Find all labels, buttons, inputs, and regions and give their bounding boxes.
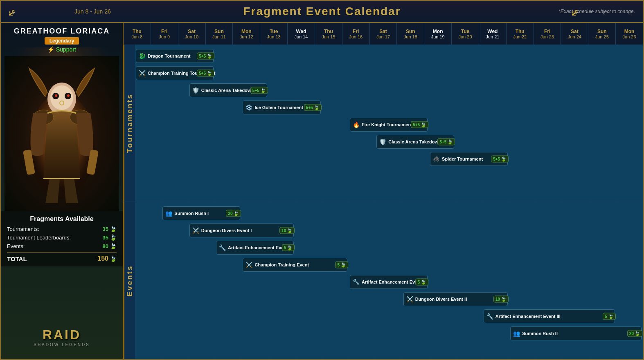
event-name: Summon Rush I bbox=[174, 211, 209, 216]
tournaments-grid: 🐉 Dragon Tournament 5+5 🍃 ⚔️ Champion Tr… bbox=[135, 45, 643, 202]
event-name: Artifact Enhancement Event I bbox=[228, 245, 290, 250]
tournaments-label: Tournaments bbox=[124, 45, 135, 202]
frag-icon-tournaments: 🍃 bbox=[110, 226, 117, 232]
day-name: Mon bbox=[624, 29, 635, 34]
frag-count: 5 bbox=[337, 262, 340, 267]
day-name: Sat bbox=[379, 29, 387, 34]
tournaments-section: Tournaments 🐉 Dragon Tournament 5+5 🍃 ⚔️… bbox=[124, 45, 643, 202]
event-bar-0[interactable]: 👥 Summon Rush I 20 🍃 bbox=[162, 206, 240, 220]
frag-icon-leaderboards: 🍃 bbox=[110, 234, 117, 241]
day-date: Jun 26 bbox=[623, 34, 636, 39]
event-bar-3[interactable]: ⚔️ Champion Training Event 5 🍃 bbox=[243, 258, 347, 272]
event-icon: 🛡️ bbox=[379, 139, 386, 145]
col-header-Jun-21: Wed Jun 21 bbox=[479, 23, 507, 45]
event-name: Classic Arena Takedown I bbox=[201, 88, 257, 93]
frag-row-tournaments: Tournaments: 35🍃 bbox=[7, 225, 117, 233]
day-name: Sat bbox=[571, 29, 579, 34]
frag-value-leaderboards: 35 bbox=[103, 235, 108, 241]
event-name: Classic Arena Takedown II bbox=[388, 139, 445, 144]
leaf-icon: 🍃 bbox=[287, 245, 293, 250]
event-name: Fire Knight Tournament bbox=[362, 122, 412, 127]
leaf-icon: 🍃 bbox=[314, 105, 320, 110]
frag-count: 5+5 bbox=[493, 157, 500, 161]
event-name: Dungeon Divers Event II bbox=[415, 297, 467, 302]
day-date: Jun 8 bbox=[131, 34, 142, 39]
day-name: Sun bbox=[406, 29, 415, 34]
frag-count: 5 bbox=[605, 314, 607, 318]
main-content: GREATHOOF LORIACA Legendary Support bbox=[1, 23, 643, 359]
svg-point-5 bbox=[55, 94, 57, 97]
day-date: Jun 10 bbox=[185, 34, 198, 39]
col-header-Jun-17: Sat Jun 17 bbox=[370, 23, 397, 45]
events-label: Events bbox=[124, 202, 135, 359]
event-bar-6[interactable]: 🔧 Artifact Enhancement Event III 5 🍃 bbox=[484, 309, 615, 323]
event-bar-3[interactable]: ❄️ Ice Golem Tournament 5+5 🍃 bbox=[243, 101, 320, 114]
day-name: Wed bbox=[296, 29, 306, 34]
fragment-badge: 5+5 🍃 bbox=[197, 70, 214, 77]
day-name: Sun bbox=[597, 29, 607, 34]
event-bar-7[interactable]: 👥 Summon Rush II 20 🍃 bbox=[510, 326, 642, 340]
day-name: Fri bbox=[353, 29, 359, 34]
event-bar-2[interactable]: 🔧 Artifact Enhancement Event I 5 🍃 bbox=[216, 241, 294, 255]
event-name: Dungeon Divers Event I bbox=[201, 228, 252, 233]
event-bar-1[interactable]: ⚔️ Dungeon Divers Event I 10 🍃 bbox=[189, 224, 294, 237]
leaf-icon: 🍃 bbox=[421, 279, 426, 284]
day-date: Jun 11 bbox=[212, 34, 226, 39]
svg-point-6 bbox=[67, 94, 70, 97]
fragment-badge: 5+5 🍃 bbox=[491, 156, 509, 163]
event-name: Ice Golem Tournament bbox=[254, 105, 303, 110]
events-section: Events 👥 Summon Rush I 20 🍃 ⚔️ Dungeon D… bbox=[124, 202, 643, 360]
fragment-badge: 5 🍃 bbox=[415, 278, 428, 285]
event-name: Artifact Enhancement Event III bbox=[495, 314, 561, 319]
day-name: Thu bbox=[516, 29, 525, 34]
col-header-Jun-14: Wed Jun 14 bbox=[288, 23, 315, 45]
frag-count: 20 bbox=[228, 211, 232, 215]
day-name: Sat bbox=[188, 29, 196, 34]
event-bar-5[interactable]: 🛡️ Classic Arena Takedown II 5+5 🍃 bbox=[376, 135, 454, 149]
day-name: Sun bbox=[214, 29, 224, 34]
corner-right-icon: ⸙ bbox=[572, 5, 578, 18]
events-grid: 👥 Summon Rush I 20 🍃 ⚔️ Dungeon Divers E… bbox=[135, 202, 643, 359]
raid-logo: RAID SHADOW LEGENDS bbox=[34, 327, 90, 347]
event-bar-1[interactable]: ⚔️ Champion Training Tournament 5+5 🍃 bbox=[136, 66, 214, 80]
character-name: GREATHOOF LORIACA bbox=[14, 27, 110, 36]
frag-row-events: Events: 80🍃 bbox=[7, 242, 117, 250]
day-date: Jun 23 bbox=[540, 34, 554, 39]
leaf-icon: 🍃 bbox=[608, 313, 614, 319]
frag-count: 10 bbox=[495, 297, 500, 301]
frag-label-leaderboards: Tournament Leaderboards: bbox=[7, 235, 71, 241]
day-date: Jun 22 bbox=[513, 34, 527, 39]
day-date: Jun 19 bbox=[431, 34, 445, 39]
leaf-icon: 🍃 bbox=[635, 331, 640, 336]
event-bar-5[interactable]: ⚔️ Dungeon Divers Event II 10 🍃 bbox=[403, 292, 508, 306]
frag-count: 10 bbox=[281, 228, 286, 233]
event-bar-2[interactable]: 🛡️ Classic Arena Takedown I 5+5 🍃 bbox=[189, 83, 267, 97]
event-bar-4[interactable]: 🔧 Artifact Enhancement Event II 5 🍃 bbox=[350, 275, 428, 289]
leaf-icon: 🍃 bbox=[421, 122, 426, 127]
calendar-body: Tournaments 🐉 Dragon Tournament 5+5 🍃 ⚔️… bbox=[124, 45, 643, 359]
col-header-Jun-23: Fri Jun 23 bbox=[534, 23, 561, 45]
day-date: Jun 18 bbox=[404, 34, 417, 39]
col-header-Jun-26: Mon Jun 26 bbox=[616, 23, 643, 45]
event-bar-0[interactable]: 🐉 Dragon Tournament 5+5 🍃 bbox=[136, 49, 214, 63]
frag-count: 5 bbox=[284, 245, 286, 250]
total-row: TOTAL 150🍃 bbox=[7, 252, 117, 262]
event-name: Summon Rush II bbox=[522, 331, 558, 336]
frag-value-tournaments: 35 bbox=[103, 226, 108, 232]
col-header-Jun-20: Tue Jun 20 bbox=[452, 23, 479, 45]
event-name: Spider Tournament bbox=[442, 157, 483, 161]
event-icon: 👥 bbox=[165, 210, 172, 217]
col-header-Jun-11: Sun Jun 11 bbox=[206, 23, 233, 45]
col-header-Jun-8: Thu Jun 8 bbox=[124, 23, 151, 45]
top-header: ⸙ Jun 8 - Jun 26 Fragment Event Calendar… bbox=[1, 1, 643, 23]
fragment-badge: 5+5 🍃 bbox=[304, 104, 322, 111]
frag-label-tournaments: Tournaments: bbox=[7, 226, 39, 232]
event-icon: 🔧 bbox=[486, 313, 493, 320]
event-bar-6[interactable]: 🕷️ Spider Tournament 5+5 🍃 bbox=[430, 152, 508, 166]
page-title: Fragment Event Calendar bbox=[243, 5, 401, 18]
frag-label-events: Events: bbox=[7, 243, 25, 249]
left-panel: GREATHOOF LORIACA Legendary Support bbox=[1, 23, 124, 359]
leaf-icon: 🍃 bbox=[501, 296, 507, 302]
event-bar-4[interactable]: 🔥 Fire Knight Tournament 5+5 🍃 bbox=[350, 118, 428, 132]
day-name: Tue bbox=[270, 29, 278, 34]
